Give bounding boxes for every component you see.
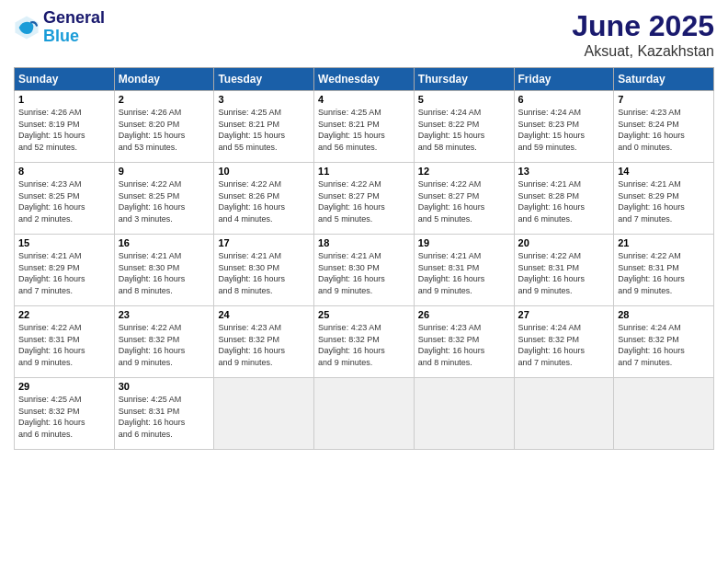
day-number: 29 — [18, 381, 110, 392]
header-thursday: Thursday — [414, 68, 514, 91]
logo: General Blue — [14, 9, 105, 46]
calendar-cell: 15Sunrise: 4:21 AMSunset: 8:29 PMDayligh… — [15, 235, 115, 306]
day-number: 30 — [119, 381, 210, 392]
header-monday: Monday — [114, 68, 214, 91]
day-number: 14 — [618, 166, 710, 177]
day-info: Sunrise: 4:26 AMSunset: 8:19 PMDaylight:… — [18, 107, 110, 153]
calendar-cell: 5Sunrise: 4:24 AMSunset: 8:22 PMDaylight… — [414, 91, 514, 163]
day-number: 22 — [18, 309, 110, 320]
calendar-cell: 30Sunrise: 4:25 AMSunset: 8:31 PMDayligh… — [114, 378, 214, 450]
calendar-cell: 24Sunrise: 4:23 AMSunset: 8:32 PMDayligh… — [214, 306, 314, 378]
main-title: June 2025 — [572, 9, 714, 43]
day-info: Sunrise: 4:23 AMSunset: 8:32 PMDaylight:… — [218, 322, 310, 368]
day-number: 28 — [618, 309, 710, 320]
day-number: 15 — [18, 237, 110, 248]
day-info: Sunrise: 4:22 AMSunset: 8:27 PMDaylight:… — [318, 178, 410, 224]
day-info: Sunrise: 4:22 AMSunset: 8:31 PMDaylight:… — [18, 322, 110, 368]
calendar-cell: 16Sunrise: 4:21 AMSunset: 8:30 PMDayligh… — [114, 235, 214, 306]
day-number: 8 — [18, 166, 110, 177]
day-info: Sunrise: 4:21 AMSunset: 8:30 PMDaylight:… — [318, 250, 410, 296]
week-row-3: 15Sunrise: 4:21 AMSunset: 8:29 PMDayligh… — [15, 235, 714, 306]
day-info: Sunrise: 4:25 AMSunset: 8:32 PMDaylight:… — [18, 394, 110, 440]
header: General Blue June 2025 Aksuat, Kazakhsta… — [14, 9, 714, 60]
calendar-cell: 6Sunrise: 4:24 AMSunset: 8:23 PMDaylight… — [514, 91, 614, 163]
title-block: June 2025 Aksuat, Kazakhstan — [572, 9, 714, 60]
header-saturday: Saturday — [614, 68, 714, 91]
calendar-cell: 1Sunrise: 4:26 AMSunset: 8:19 PMDaylight… — [15, 91, 115, 163]
day-number: 9 — [119, 166, 210, 177]
header-sunday: Sunday — [15, 68, 115, 91]
calendar-cell: 2Sunrise: 4:26 AMSunset: 8:20 PMDaylight… — [114, 91, 214, 163]
calendar-cell: 26Sunrise: 4:23 AMSunset: 8:32 PMDayligh… — [414, 306, 514, 378]
day-info: Sunrise: 4:21 AMSunset: 8:28 PMDaylight:… — [518, 178, 610, 224]
header-tuesday: Tuesday — [214, 68, 314, 91]
day-number: 2 — [119, 94, 210, 105]
calendar-cell: 20Sunrise: 4:22 AMSunset: 8:31 PMDayligh… — [514, 235, 614, 306]
day-info: Sunrise: 4:24 AMSunset: 8:23 PMDaylight:… — [518, 107, 610, 153]
page: General Blue June 2025 Aksuat, Kazakhsta… — [0, 0, 728, 563]
day-info: Sunrise: 4:21 AMSunset: 8:30 PMDaylight:… — [119, 250, 210, 296]
calendar-cell — [614, 378, 714, 450]
day-number: 16 — [119, 237, 210, 248]
day-number: 23 — [119, 309, 210, 320]
day-info: Sunrise: 4:21 AMSunset: 8:30 PMDaylight:… — [218, 250, 310, 296]
day-info: Sunrise: 4:23 AMSunset: 8:32 PMDaylight:… — [418, 322, 510, 368]
calendar-cell: 17Sunrise: 4:21 AMSunset: 8:30 PMDayligh… — [214, 235, 314, 306]
day-info: Sunrise: 4:23 AMSunset: 8:32 PMDaylight:… — [318, 322, 410, 368]
calendar-cell: 22Sunrise: 4:22 AMSunset: 8:31 PMDayligh… — [15, 306, 115, 378]
day-info: Sunrise: 4:24 AMSunset: 8:32 PMDaylight:… — [518, 322, 610, 368]
day-info: Sunrise: 4:22 AMSunset: 8:27 PMDaylight:… — [418, 178, 510, 224]
calendar-cell: 7Sunrise: 4:23 AMSunset: 8:24 PMDaylight… — [614, 91, 714, 163]
day-number: 27 — [518, 309, 610, 320]
day-info: Sunrise: 4:24 AMSunset: 8:22 PMDaylight:… — [418, 107, 510, 153]
logo-text: General Blue — [43, 9, 105, 46]
calendar-cell — [514, 378, 614, 450]
day-info: Sunrise: 4:22 AMSunset: 8:26 PMDaylight:… — [218, 178, 310, 224]
day-number: 6 — [518, 94, 610, 105]
day-number: 3 — [218, 94, 310, 105]
week-row-2: 8Sunrise: 4:23 AMSunset: 8:25 PMDaylight… — [15, 163, 714, 235]
calendar-cell: 13Sunrise: 4:21 AMSunset: 8:28 PMDayligh… — [514, 163, 614, 235]
day-number: 4 — [318, 94, 410, 105]
calendar-cell: 9Sunrise: 4:22 AMSunset: 8:25 PMDaylight… — [114, 163, 214, 235]
day-number: 12 — [418, 166, 510, 177]
calendar-cell: 23Sunrise: 4:22 AMSunset: 8:32 PMDayligh… — [114, 306, 214, 378]
subtitle: Aksuat, Kazakhstan — [572, 43, 714, 60]
day-number: 21 — [618, 237, 710, 248]
day-info: Sunrise: 4:21 AMSunset: 8:31 PMDaylight:… — [418, 250, 510, 296]
header-row: SundayMondayTuesdayWednesdayThursdayFrid… — [15, 68, 714, 91]
calendar-cell — [414, 378, 514, 450]
day-info: Sunrise: 4:22 AMSunset: 8:31 PMDaylight:… — [518, 250, 610, 296]
day-info: Sunrise: 4:25 AMSunset: 8:31 PMDaylight:… — [119, 394, 210, 440]
calendar-cell: 28Sunrise: 4:24 AMSunset: 8:32 PMDayligh… — [614, 306, 714, 378]
calendar-cell: 29Sunrise: 4:25 AMSunset: 8:32 PMDayligh… — [15, 378, 115, 450]
day-info: Sunrise: 4:22 AMSunset: 8:32 PMDaylight:… — [119, 322, 210, 368]
calendar-cell: 11Sunrise: 4:22 AMSunset: 8:27 PMDayligh… — [314, 163, 415, 235]
day-info: Sunrise: 4:22 AMSunset: 8:31 PMDaylight:… — [618, 250, 710, 296]
calendar-cell: 19Sunrise: 4:21 AMSunset: 8:31 PMDayligh… — [414, 235, 514, 306]
logo-blue: Blue — [43, 27, 79, 45]
day-number: 20 — [518, 237, 610, 248]
calendar-cell: 25Sunrise: 4:23 AMSunset: 8:32 PMDayligh… — [314, 306, 415, 378]
calendar-cell — [214, 378, 314, 450]
day-number: 5 — [418, 94, 510, 105]
calendar-table: SundayMondayTuesdayWednesdayThursdayFrid… — [14, 67, 714, 450]
day-info: Sunrise: 4:23 AMSunset: 8:25 PMDaylight:… — [18, 178, 110, 224]
week-row-1: 1Sunrise: 4:26 AMSunset: 8:19 PMDaylight… — [15, 91, 714, 163]
calendar-cell: 4Sunrise: 4:25 AMSunset: 8:21 PMDaylight… — [314, 91, 415, 163]
day-number: 1 — [18, 94, 110, 105]
calendar-cell: 10Sunrise: 4:22 AMSunset: 8:26 PMDayligh… — [214, 163, 314, 235]
day-info: Sunrise: 4:25 AMSunset: 8:21 PMDaylight:… — [218, 107, 310, 153]
week-row-4: 22Sunrise: 4:22 AMSunset: 8:31 PMDayligh… — [15, 306, 714, 378]
day-number: 24 — [218, 309, 310, 320]
day-number: 13 — [518, 166, 610, 177]
calendar-cell: 18Sunrise: 4:21 AMSunset: 8:30 PMDayligh… — [314, 235, 415, 306]
day-info: Sunrise: 4:24 AMSunset: 8:32 PMDaylight:… — [618, 322, 710, 368]
day-info: Sunrise: 4:21 AMSunset: 8:29 PMDaylight:… — [18, 250, 110, 296]
day-info: Sunrise: 4:25 AMSunset: 8:21 PMDaylight:… — [318, 107, 410, 153]
calendar-cell: 3Sunrise: 4:25 AMSunset: 8:21 PMDaylight… — [214, 91, 314, 163]
calendar-cell: 14Sunrise: 4:21 AMSunset: 8:29 PMDayligh… — [614, 163, 714, 235]
day-number: 7 — [618, 94, 710, 105]
week-row-5: 29Sunrise: 4:25 AMSunset: 8:32 PMDayligh… — [15, 378, 714, 450]
day-number: 18 — [318, 237, 410, 248]
